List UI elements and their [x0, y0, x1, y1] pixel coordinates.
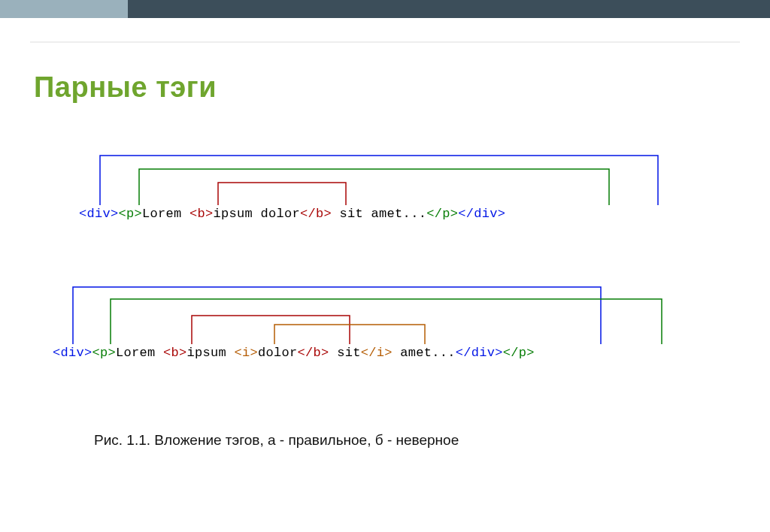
header-accent: [0, 0, 128, 18]
figure-caption: Рис. 1.1. Вложение тэгов, а - правильное…: [94, 432, 459, 449]
text-dolor-b: dolor: [258, 346, 298, 360]
tag-div-close-b: </div>: [456, 346, 503, 360]
text-amet-b: amet...: [393, 346, 456, 360]
brackets-a: [49, 147, 722, 207]
example-b: <div><p>Lorem <b>ipsum <i>dolor</b> sit<…: [49, 278, 722, 368]
tag-b-close: </b>: [300, 207, 332, 221]
tag-div-close: </div>: [458, 207, 505, 221]
divider: [30, 41, 740, 43]
tag-i-close-b: </i>: [361, 346, 393, 360]
tag-b-open: <b>: [189, 207, 214, 221]
brackets-b: [49, 278, 722, 346]
code-line-b: <div><p>Lorem <b>ipsum <i>dolor</b> sit<…: [53, 346, 535, 360]
header-bar: [0, 0, 770, 18]
tag-div-open-b: <div>: [53, 346, 92, 360]
tag-i-open-b: <i>: [235, 346, 259, 360]
text-lorem: Lorem: [142, 207, 189, 221]
tag-div-open: <div>: [79, 207, 119, 221]
tag-p-close-b: </p>: [503, 346, 535, 360]
text-ipsum-dolor: ipsum dolor: [214, 207, 301, 221]
text-sit-amet: sit amet...: [332, 207, 426, 221]
tag-p-open: <p>: [119, 207, 143, 221]
text-ipsum-b: ipsum: [187, 346, 235, 360]
example-a: <div><p>Lorem <b>ipsum dolor</b> sit ame…: [49, 147, 722, 229]
tag-b-close-b: </b>: [298, 346, 329, 360]
page-title: Парные тэги: [34, 71, 217, 104]
tag-p-close: </p>: [426, 207, 458, 221]
code-line-a: <div><p>Lorem <b>ipsum dolor</b> sit ame…: [79, 207, 505, 221]
tag-b-open-b: <b>: [163, 346, 187, 360]
text-sit-b: sit: [329, 346, 361, 360]
text-lorem-b: Lorem: [116, 346, 163, 360]
tag-p-open-b: <p>: [92, 346, 117, 360]
